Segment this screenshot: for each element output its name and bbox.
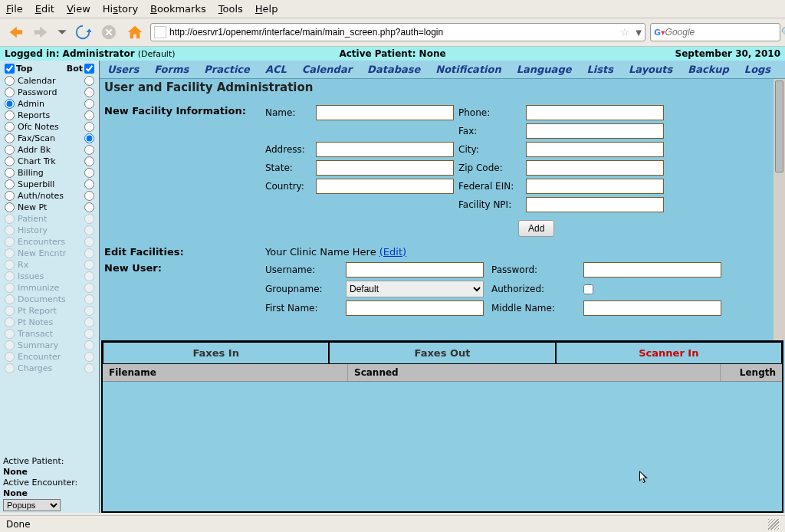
radio-top[interactable] bbox=[5, 168, 15, 178]
stop-button[interactable] bbox=[98, 21, 120, 43]
radio-top[interactable] bbox=[5, 179, 15, 189]
popups-select[interactable]: Popups bbox=[3, 499, 61, 511]
radio-bot[interactable] bbox=[84, 202, 94, 212]
radio-top[interactable] bbox=[5, 87, 15, 97]
nav-backup[interactable]: Backup bbox=[688, 64, 729, 75]
scrollbar[interactable] bbox=[774, 79, 785, 340]
radio-bot[interactable] bbox=[84, 87, 94, 97]
input-username[interactable] bbox=[346, 262, 484, 277]
radio-top[interactable] bbox=[5, 133, 15, 143]
radio-bot[interactable] bbox=[84, 156, 94, 166]
input-state[interactable] bbox=[316, 160, 454, 176]
col-filename[interactable]: Filename bbox=[103, 364, 348, 381]
checkbox-authorized[interactable] bbox=[583, 284, 593, 294]
nav-practice[interactable]: Practice bbox=[204, 64, 250, 75]
sidebar-item-admin[interactable]: Admin bbox=[3, 98, 96, 110]
sidebar-item-ofc-notes[interactable]: Ofc Notes bbox=[3, 121, 96, 133]
search-input[interactable] bbox=[665, 27, 781, 38]
add-button[interactable]: Add bbox=[518, 220, 554, 237]
radio-bot[interactable] bbox=[84, 133, 94, 143]
home-button[interactable] bbox=[124, 21, 146, 43]
tab-scanner-in[interactable]: Scanner In bbox=[556, 342, 782, 364]
input-password[interactable] bbox=[583, 262, 721, 277]
tab-faxes-in[interactable]: Faxes In bbox=[103, 342, 329, 364]
reload-button[interactable] bbox=[72, 21, 94, 43]
radio-bot[interactable] bbox=[84, 122, 94, 132]
radio-bot[interactable] bbox=[84, 99, 94, 109]
url-bar[interactable]: ☆ ▼ bbox=[150, 23, 645, 41]
input-firstname[interactable] bbox=[346, 300, 484, 316]
sidebar-item-superbill[interactable]: Superbill bbox=[3, 179, 96, 190]
input-address[interactable] bbox=[316, 142, 454, 157]
toolbar-dropdown[interactable] bbox=[57, 21, 67, 43]
search-bar[interactable]: G▾ 🔍 bbox=[650, 23, 780, 41]
input-city[interactable] bbox=[526, 142, 664, 157]
menu-tools[interactable]: Tools bbox=[218, 3, 243, 15]
tab-faxes-out[interactable]: Faxes Out bbox=[329, 342, 555, 364]
menu-view[interactable]: View bbox=[67, 3, 90, 15]
input-phone[interactable] bbox=[526, 105, 664, 120]
radio-top[interactable] bbox=[5, 145, 15, 155]
radio-bot[interactable] bbox=[84, 110, 94, 120]
nav-layouts[interactable]: Layouts bbox=[629, 64, 672, 75]
back-button[interactable] bbox=[5, 21, 26, 43]
sidebar-item-reports[interactable]: Reports bbox=[3, 110, 96, 121]
clinic-name-row: Your Clinic Name Here (Edit) bbox=[265, 246, 406, 258]
sidebar-item-chart-trk[interactable]: Chart Trk bbox=[3, 156, 96, 167]
url-input[interactable] bbox=[169, 27, 617, 38]
nav-acl[interactable]: ACL bbox=[265, 64, 287, 75]
nav-logs[interactable]: Logs bbox=[744, 64, 770, 75]
radio-bot[interactable] bbox=[84, 145, 94, 155]
input-zip[interactable] bbox=[526, 160, 664, 176]
radio-top[interactable] bbox=[5, 202, 15, 212]
input-middlename[interactable] bbox=[583, 300, 721, 316]
radio-bot[interactable] bbox=[84, 76, 94, 86]
col-length[interactable]: Length bbox=[721, 364, 782, 381]
input-fax[interactable] bbox=[526, 123, 664, 139]
sidebar-item-auth-notes[interactable]: Auth/notes bbox=[3, 190, 96, 202]
radio-bot[interactable] bbox=[84, 168, 94, 178]
sidebar-item-calendar[interactable]: Calendar bbox=[3, 75, 96, 87]
forward-button[interactable] bbox=[31, 21, 52, 43]
sidebar-item-billing[interactable]: Billing bbox=[3, 167, 96, 179]
nav-calendar[interactable]: Calendar bbox=[302, 64, 352, 75]
input-name[interactable] bbox=[316, 105, 454, 120]
radio-top[interactable] bbox=[5, 76, 15, 86]
menu-file[interactable]: File bbox=[6, 3, 23, 15]
nav-notification[interactable]: Notification bbox=[435, 64, 501, 75]
radio-top[interactable] bbox=[5, 110, 15, 120]
nav-language[interactable]: Language bbox=[517, 64, 572, 75]
resize-grip-icon[interactable] bbox=[768, 519, 779, 530]
menu-help[interactable]: Help bbox=[255, 3, 278, 15]
select-groupname[interactable]: Default bbox=[346, 281, 484, 297]
col-scanned[interactable]: Scanned bbox=[348, 364, 721, 381]
input-country[interactable] bbox=[316, 179, 454, 194]
sidebar-item-addr-bk[interactable]: Addr Bk bbox=[3, 144, 96, 156]
search-icon[interactable]: 🔍 bbox=[781, 27, 785, 38]
radio-top[interactable] bbox=[5, 191, 15, 201]
sidebar-item-fax-scan[interactable]: Fax/Scan bbox=[3, 133, 96, 144]
nav-lists[interactable]: Lists bbox=[587, 64, 613, 75]
input-ein[interactable] bbox=[526, 179, 664, 194]
radio-top[interactable] bbox=[5, 156, 15, 166]
url-dropdown-icon[interactable]: ▼ bbox=[636, 28, 642, 37]
radio-bot[interactable] bbox=[84, 179, 94, 189]
radio-top[interactable] bbox=[5, 122, 15, 132]
bot-checkbox[interactable]: Bot bbox=[67, 64, 94, 74]
radio-top bbox=[5, 248, 15, 258]
nav-forms[interactable]: Forms bbox=[154, 64, 189, 75]
bookmark-star-icon[interactable]: ☆ bbox=[620, 26, 630, 38]
radio-top[interactable] bbox=[5, 99, 15, 109]
top-checkbox[interactable]: Top bbox=[5, 64, 32, 74]
nav-database[interactable]: Database bbox=[367, 64, 420, 75]
sidebar-item-new-pt[interactable]: New Pt bbox=[3, 202, 96, 213]
menu-bookmarks[interactable]: Bookmarks bbox=[150, 3, 206, 15]
radio-bot[interactable] bbox=[84, 191, 94, 201]
menu-edit[interactable]: Edit bbox=[35, 3, 54, 15]
nav-users[interactable]: Users bbox=[107, 64, 139, 75]
menu-history[interactable]: History bbox=[103, 3, 138, 15]
label-npi: Facility NPI: bbox=[458, 199, 521, 210]
sidebar-item-password[interactable]: Password bbox=[3, 87, 96, 98]
edit-link[interactable]: (Edit) bbox=[379, 246, 406, 258]
input-npi[interactable] bbox=[526, 197, 664, 212]
